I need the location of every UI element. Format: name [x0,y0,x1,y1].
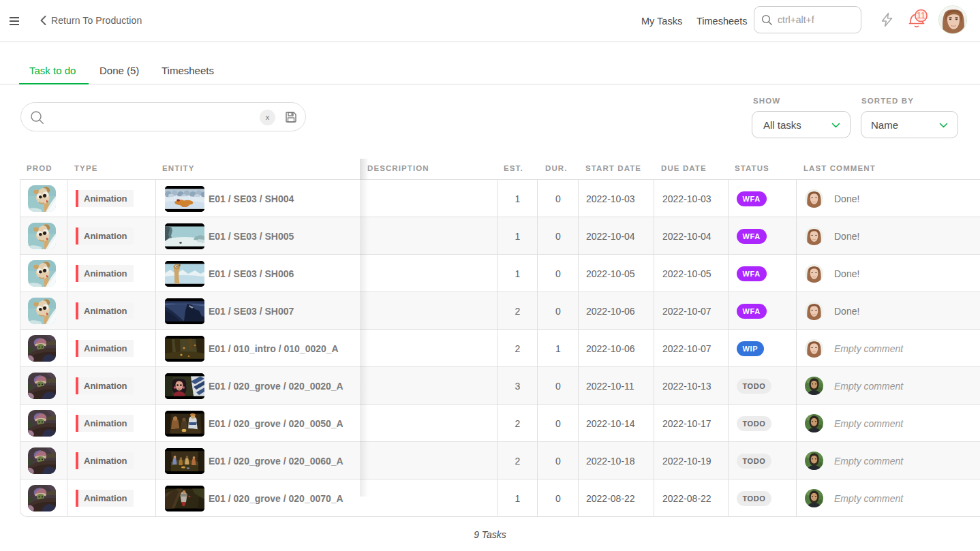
svg-text:11: 11 [917,11,925,20]
